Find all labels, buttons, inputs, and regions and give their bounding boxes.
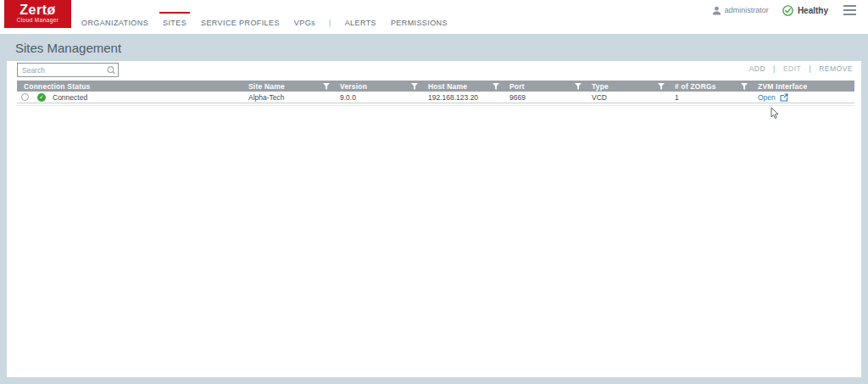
search-icon (104, 64, 118, 76)
nav-service-profiles[interactable]: SERVICE PROFILES (200, 18, 281, 28)
connected-status-icon: ✓ (37, 93, 46, 102)
table-actions: ADD | EDIT | REMOVE (749, 64, 853, 73)
action-separator: | (773, 64, 776, 73)
filter-icon[interactable] (411, 83, 418, 90)
sites-panel: ADD | EDIT | REMOVE Connection Status Si… (7, 61, 861, 377)
column-header-version[interactable]: Version (333, 81, 421, 92)
topbar-right-cluster: administrator Healthy (712, 3, 858, 17)
table-header-row: Connection Status Site Name Version Host… (17, 81, 854, 92)
row-divider (17, 105, 854, 106)
column-header-type[interactable]: Type (585, 81, 668, 92)
external-link-icon (780, 93, 788, 102)
host-name-cell: 192.168.123.20 (421, 92, 503, 103)
sites-table: Connection Status Site Name Version Host… (17, 81, 854, 106)
top-header-bar: Zertø Cloud Manager ORGANIZATIONS SITES … (0, 0, 868, 34)
table-row[interactable]: ✓ Connected Alpha-Tech 9.0.0 192.168.123… (17, 92, 854, 103)
open-zvm-link[interactable]: Open (758, 93, 788, 102)
connection-status-value: Connected (53, 93, 87, 102)
nav-sites[interactable]: SITES (162, 18, 187, 28)
main-nav: ORGANIZATIONS SITES SERVICE PROFILES VPG… (81, 18, 448, 28)
mouse-cursor (770, 107, 780, 120)
site-name-cell: Alpha-Tech (242, 92, 333, 103)
add-button[interactable]: ADD (749, 64, 765, 73)
filter-icon[interactable] (575, 83, 581, 90)
healthy-icon (782, 5, 793, 16)
column-header-port[interactable]: Port (503, 81, 585, 92)
remove-button[interactable]: REMOVE (819, 64, 853, 73)
action-separator: | (809, 64, 811, 73)
user-name: administrator (725, 6, 769, 14)
column-header-zorgs[interactable]: # of ZORGs (668, 81, 751, 92)
filter-icon[interactable] (492, 83, 499, 90)
column-header-host-name[interactable]: Host Name (421, 81, 503, 92)
nav-organizations[interactable]: ORGANIZATIONS (81, 18, 149, 28)
edit-button[interactable]: EDIT (783, 64, 801, 73)
nav-permissions[interactable]: PERMISSIONS (390, 18, 448, 28)
nav-divider: | (329, 19, 331, 27)
search-box (17, 63, 119, 77)
health-status[interactable]: Healthy (782, 5, 828, 16)
row-radio-button[interactable] (21, 93, 29, 101)
user-icon (712, 6, 721, 15)
brand-subtitle: Cloud Manager (4, 17, 71, 23)
filter-icon[interactable] (658, 83, 665, 90)
filter-icon[interactable] (741, 83, 748, 90)
zerto-cloud-manager-screen: Zertø Cloud Manager ORGANIZATIONS SITES … (0, 0, 868, 384)
type-cell: VCD (585, 92, 668, 103)
open-link-label: Open (758, 93, 776, 102)
zorgs-cell: 1 (668, 92, 751, 103)
nav-vpgs[interactable]: VPGs (293, 18, 316, 28)
column-header-site-name[interactable]: Site Name (242, 81, 333, 92)
connection-status-cell: ✓ Connected (17, 92, 242, 103)
zvm-interface-cell: Open (751, 92, 854, 103)
column-header-connection-status[interactable]: Connection Status (17, 81, 242, 92)
brand-name: Zertø (4, 3, 71, 17)
user-menu[interactable]: administrator (712, 6, 769, 15)
menu-icon[interactable] (842, 3, 858, 17)
zerto-logo[interactable]: Zertø Cloud Manager (4, 0, 71, 28)
version-cell: 9.0.0 (333, 92, 421, 103)
nav-alerts[interactable]: ALERTS (344, 18, 377, 28)
filter-icon[interactable] (323, 83, 330, 90)
search-input[interactable] (18, 66, 104, 75)
port-cell: 9669 (503, 92, 585, 103)
page-title: Sites Management (0, 34, 868, 55)
title-band: Sites Management (0, 34, 868, 61)
column-header-zvm-interface[interactable]: ZVM Interface (751, 81, 854, 92)
health-label: Healthy (798, 6, 828, 15)
